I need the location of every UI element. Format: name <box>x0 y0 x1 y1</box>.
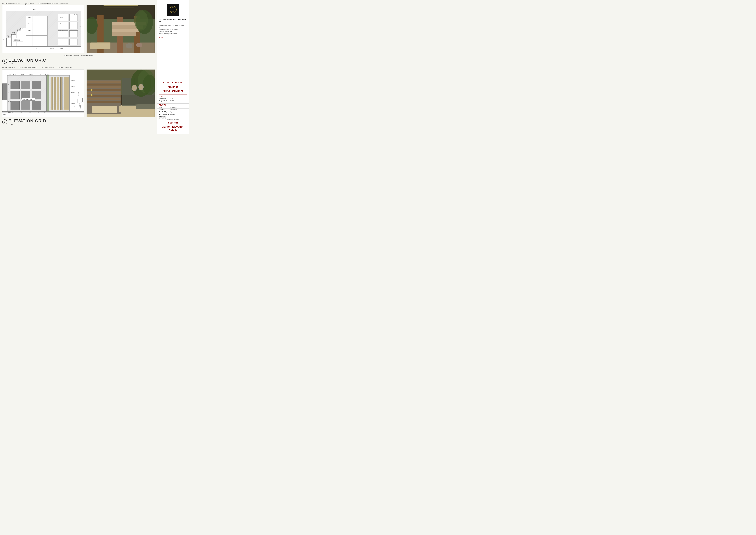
svg-text:90 cm: 90 cm <box>38 112 41 114</box>
svg-text:Light Box fixture: Light Box fixture <box>79 26 84 28</box>
svg-text:25 cm: 25 cm <box>3 39 6 41</box>
checked-by-label: Checked By <box>159 111 170 113</box>
svg-rect-58 <box>112 32 136 36</box>
sheet-title-value: Garden Elevation Details <box>157 124 189 134</box>
svg-rect-20 <box>69 22 78 29</box>
svg-rect-86 <box>61 77 63 110</box>
elevation-c-top-labels: Gray Marble tiles 60 * 60 cm Light Box f… <box>2 3 155 5</box>
svg-text:51 cm: 51 cm <box>8 100 11 102</box>
svg-text:Solid Gray Marble: Solid Gray Marble <box>23 99 32 100</box>
label-gray-marble-d: Gray Marble tiles 60 * 60 cm <box>20 67 37 68</box>
svg-text:51 cm: 51 cm <box>8 92 11 94</box>
svg-text:25 cm: 25 cm <box>8 112 12 113</box>
svg-rect-76 <box>32 91 41 99</box>
elevation-c-scale: 1 : 50 <box>8 63 46 65</box>
svg-rect-73 <box>32 81 41 89</box>
elevation-c-section-label: 2 ELEVATION GR.C 1 : 50 <box>2 58 155 65</box>
svg-text:90 cm: 90 cm <box>38 74 41 75</box>
elevation-c-title: ELEVATION GR.C <box>8 58 46 63</box>
svg-text:90 cm: 90 cm <box>60 16 63 18</box>
svg-rect-72 <box>21 81 30 89</box>
elevation-d-svg: Solid Gray Marble 100 cm 100 cm 100 cm 1… <box>2 70 84 117</box>
elevation-d-title: ELEVATION GR.D <box>8 119 46 123</box>
project-no-row: Project No. 11-08 <box>157 98 189 100</box>
svg-rect-135 <box>92 106 117 113</box>
svg-text:78 cm 10 cm: 78 cm 10 cm <box>45 74 51 75</box>
svg-rect-64 <box>104 5 138 6</box>
svg-rect-65 <box>104 8 134 8</box>
elevation-d-number: 3 <box>2 119 7 124</box>
svg-rect-75 <box>21 91 30 99</box>
svg-text:82 cm: 82 cm <box>13 74 16 75</box>
svg-rect-123 <box>87 80 121 82</box>
company-address: Mariem tower,Floor11, Mubarak AlKabeer S… <box>157 24 189 36</box>
logo-svg: IKC INTERNATIONAL KEY STONE CO. <box>169 5 178 14</box>
svg-text:125 cm: 125 cm <box>33 8 37 10</box>
svg-rect-7 <box>21 28 26 46</box>
svg-point-116 <box>80 102 84 109</box>
svg-rect-79 <box>32 100 41 110</box>
svg-rect-84 <box>54 77 56 110</box>
label-light-box-1: Light Box fixture <box>24 3 34 5</box>
svg-rect-87 <box>64 77 69 110</box>
svg-text:90 cm: 90 cm <box>28 23 31 25</box>
svg-text:100 cm: 100 cm <box>71 86 75 87</box>
svg-rect-22 <box>69 39 78 45</box>
svg-text:100 cm: 100 cm <box>71 103 75 104</box>
svg-text:200 cm: 200 cm <box>34 48 37 49</box>
notes-label: Notes: <box>157 36 189 39</box>
svg-text:100 cm: 100 cm <box>71 80 75 81</box>
drawn-by-label: Drawn By <box>159 109 170 110</box>
render-c-image <box>87 5 155 53</box>
svg-text:382 cm: 382 cm <box>78 92 79 96</box>
svg-point-67 <box>136 43 142 47</box>
svg-text:12 cm: 12 cm <box>3 114 6 115</box>
management-row: MANAGEMENT FATEMEH <box>157 113 189 115</box>
svg-rect-130 <box>87 101 121 103</box>
revit-file-label: REVIT File <box>157 103 189 106</box>
svg-text:90 cm: 90 cm <box>29 74 33 75</box>
svg-text:100 cm: 100 cm <box>71 97 75 99</box>
svg-text:10 cm: 10 cm <box>9 74 12 75</box>
sidebar: IKC INTERNATIONAL KEY STONE CO. IKC - in… <box>157 0 189 134</box>
spacer-1 <box>2 65 155 67</box>
svg-rect-18 <box>58 39 68 45</box>
svg-text:90 cm: 90 cm <box>28 30 31 31</box>
svg-text:90 cm: 90 cm <box>74 14 77 15</box>
top-section: 125 cm 20 cm 90 cm 90 cm 90 cm 90 cm 90 … <box>2 5 155 53</box>
svg-text:51 cm: 51 cm <box>8 84 11 86</box>
printing-row: PRINTING DATE/TIME 9/5/2023 4:55:41 PM <box>157 115 189 121</box>
svg-rect-78 <box>21 100 30 110</box>
svg-point-60 <box>134 10 148 31</box>
svg-text:90 cm: 90 cm <box>21 74 24 75</box>
elevation-d-section-label: 3 ELEVATION GR.D 1 : 50 <box>2 119 155 125</box>
svg-rect-62 <box>90 42 111 49</box>
svg-rect-127 <box>87 92 121 94</box>
svg-text:82 cm: 82 cm <box>12 112 15 114</box>
svg-rect-108 <box>2 84 7 100</box>
management-label: MANAGEMENT <box>159 113 170 115</box>
svg-rect-46 <box>6 46 81 47</box>
elevation-d-top-labels: Double Lighting Strip Gray Marble tiles … <box>2 67 155 68</box>
logo-area: IKC INTERNATIONAL KEY STONE CO. <box>157 0 189 18</box>
svg-text:Metal Galvanized: Metal Galvanized <box>14 39 20 40</box>
main-content: Gray Marble tiles 60 * 60 cm Light Box f… <box>0 0 157 134</box>
project-arch-label: Project Arch <box>159 100 170 102</box>
label-gray-marble: Gray Marble tiles 60 * 60 cm <box>2 3 20 5</box>
svg-text:90 cm: 90 cm <box>60 23 63 25</box>
svg-text:78 cm: 78 cm <box>44 112 47 114</box>
svg-point-66 <box>126 43 133 48</box>
svg-rect-125 <box>87 86 121 88</box>
svg-point-138 <box>132 85 137 91</box>
elevation-d-drawing: Solid Gray Marble 100 cm 100 cm 100 cm 1… <box>2 70 84 117</box>
svg-text:200 cm: 200 cm <box>60 48 64 49</box>
project-arch-value: MINOO <box>170 100 174 102</box>
svg-rect-136 <box>119 106 136 112</box>
svg-rect-71 <box>11 81 20 89</box>
svg-text:90 cm: 90 cm <box>28 36 31 38</box>
svg-text:200 cm: 200 cm <box>50 48 54 49</box>
elevation-c-bottom-label: Wooden Strip Panels 20 cm with 2 cm engr… <box>2 55 155 56</box>
svg-point-141 <box>91 89 93 91</box>
svg-text:100 cm: 100 cm <box>71 92 75 93</box>
label-acoustic: Acoustic Gray Panels <box>59 67 72 68</box>
